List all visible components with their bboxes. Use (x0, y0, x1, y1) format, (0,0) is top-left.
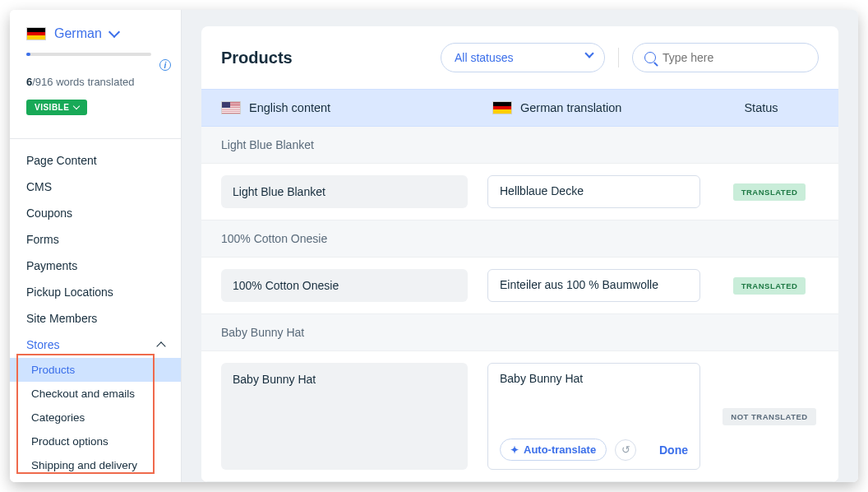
source-text: Light Blue Blanket (221, 175, 468, 208)
target-text[interactable]: Hellblaue Decke (487, 175, 700, 208)
flag-de-icon (26, 27, 46, 40)
subnav-checkout-emails[interactable]: Checkout and emails (10, 382, 181, 406)
subnav-product-options[interactable]: Product options (10, 429, 181, 453)
words-translated-label: 6/916 words translated (26, 76, 164, 88)
sparkle-icon (510, 443, 519, 456)
nav-coupons[interactable]: Coupons (10, 200, 181, 226)
subnav-shipping-delivery[interactable]: Shipping and delivery (10, 453, 181, 477)
translation-row: Light Blue Blanket Hellblaue Decke TRANS… (201, 164, 838, 220)
nav-pickup-locations[interactable]: Pickup Locations (10, 279, 181, 305)
section-title: Baby Bunny Hat (201, 314, 838, 351)
nav-stores-sub: Products Checkout and emails Categories … (10, 358, 181, 477)
nav-stores[interactable]: Stores (10, 332, 181, 358)
status-badge: TRANSLATED (733, 277, 806, 295)
nav-site-members[interactable]: Site Members (10, 305, 181, 332)
reset-button[interactable]: ↺ (615, 439, 636, 461)
source-text: Baby Bunny Hat (221, 363, 468, 470)
info-icon[interactable]: i (159, 59, 171, 71)
products-card: Products All statuses English content (201, 26, 838, 482)
chevron-down-icon (73, 103, 80, 109)
chevron-up-icon (156, 341, 165, 350)
auto-translate-button[interactable]: Auto-translate (500, 439, 607, 461)
columns-header: English content German translation Statu… (201, 89, 838, 127)
sidebar: German i 6/916 words translated VISIBLE … (10, 10, 182, 482)
language-label: German (54, 26, 102, 41)
visibility-toggle[interactable]: VISIBLE (26, 100, 87, 115)
nav-payments[interactable]: Payments (10, 253, 181, 279)
sidebar-nav: Page Content CMS Coupons Forms Payments … (10, 139, 181, 477)
nav-page-content[interactable]: Page Content (10, 147, 181, 174)
status-badge: TRANSLATED (733, 183, 806, 201)
search-icon (644, 52, 656, 63)
translation-row: Baby Bunny Hat Baby Bunny Hat Auto-trans… (201, 351, 838, 482)
status-badge: NOT TRANSLATED (723, 408, 815, 425)
translation-progress-bar (26, 53, 151, 56)
language-selector[interactable]: German (26, 26, 164, 41)
subnav-categories[interactable]: Categories (10, 406, 181, 429)
col-target-label: German translation (520, 101, 621, 114)
done-button[interactable]: Done (659, 443, 688, 457)
subnav-products[interactable]: Products (10, 358, 181, 382)
card-header: Products All statuses (201, 26, 838, 89)
search-box[interactable] (632, 43, 819, 72)
section-title: Light Blue Blanket (201, 127, 838, 164)
target-text[interactable]: Einteiler aus 100 % Baumwolle (487, 269, 700, 302)
chevron-down-icon (584, 49, 593, 58)
divider (618, 48, 619, 67)
translation-row: 100% Cotton Onesie Einteiler aus 100 % B… (201, 258, 838, 314)
col-source-label: English content (249, 101, 330, 114)
nav-cms[interactable]: CMS (10, 174, 181, 200)
search-input[interactable] (663, 51, 806, 64)
section-title: 100% Cotton Onesie (201, 220, 838, 258)
editor-footer: Auto-translate ↺ Done (500, 430, 688, 461)
page-title: Products (221, 49, 427, 67)
app-window: German i 6/916 words translated VISIBLE … (10, 10, 858, 482)
flag-de-icon (492, 101, 512, 114)
nav-forms[interactable]: Forms (10, 226, 181, 253)
target-text-editor[interactable]: Baby Bunny Hat Auto-translate ↺ Done (487, 363, 700, 470)
source-text: 100% Cotton Onesie (221, 269, 468, 302)
status-filter-dropdown[interactable]: All statuses (441, 43, 605, 72)
main-area: Products All statuses English content (182, 10, 858, 482)
flag-us-icon (221, 101, 241, 114)
col-status-label: Status (704, 101, 819, 114)
chevron-down-icon (108, 26, 120, 38)
